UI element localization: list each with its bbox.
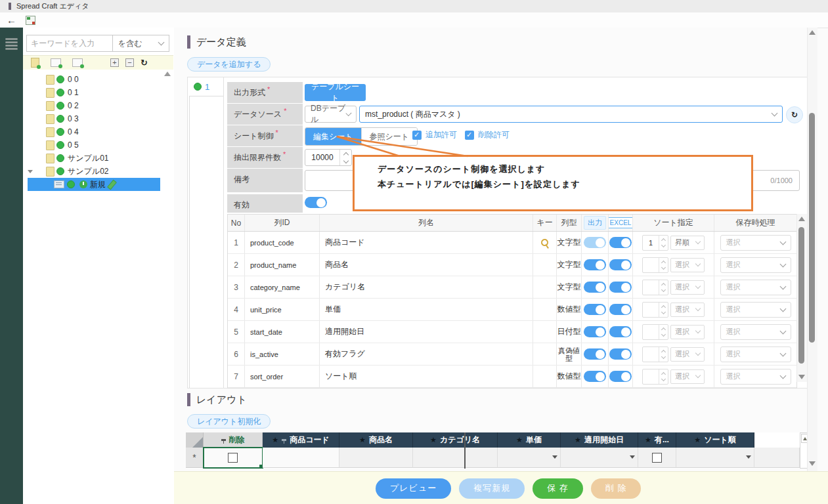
back-arrow-icon[interactable]: ← — [7, 14, 16, 26]
sort-number-spinner[interactable] — [642, 257, 668, 273]
save-proc-select[interactable]: 選択 — [720, 257, 791, 273]
main-scrollbar-thumb[interactable] — [809, 113, 815, 343]
grid-col-header-3[interactable]: ★カテゴリ名 — [413, 432, 498, 448]
edit-sheet-option[interactable]: 編集シート — [305, 128, 361, 145]
sort-order-select[interactable]: 選択 — [670, 280, 705, 295]
preview-button[interactable]: プレビュー — [376, 478, 451, 499]
excel-toggle[interactable] — [609, 237, 632, 248]
excel-toggle[interactable] — [609, 326, 632, 337]
excel-toggle[interactable] — [609, 304, 632, 315]
tree-item-新規[interactable]: 新規 — [28, 178, 160, 191]
sort-number-spinner[interactable] — [642, 280, 668, 295]
output-toggle[interactable] — [584, 371, 606, 382]
enabled-toggle[interactable] — [305, 197, 327, 208]
caret-down-icon[interactable] — [28, 170, 33, 173]
grid-col-header-5[interactable]: ★適用開始日 — [561, 432, 638, 448]
main-scroll-up-icon[interactable] — [809, 30, 816, 35]
grid-col-header-0[interactable]: 削除 — [204, 432, 263, 448]
output-toggle[interactable] — [584, 237, 606, 248]
output-toggle[interactable] — [584, 259, 606, 270]
sort-number-spinner[interactable] — [642, 369, 668, 385]
tree-refresh-icon[interactable]: ↻ — [141, 58, 148, 68]
grid-data-cell-3[interactable] — [413, 448, 498, 468]
tree-item-サンプル02[interactable]: サンプル02 — [28, 165, 169, 178]
data-source-refresh-button[interactable]: ↻ — [786, 106, 803, 123]
delete-checkbox[interactable] — [228, 453, 238, 463]
add-data-button[interactable]: データを追加する — [187, 57, 271, 72]
limit-spinner[interactable]: 10000 — [305, 149, 352, 166]
sort-order-select[interactable]: 選択 — [670, 347, 705, 362]
scrollbar-thumb[interactable] — [798, 227, 804, 364]
sort-order-select[interactable]: 選択 — [670, 258, 705, 272]
tree-item-0 0[interactable]: 0 0 — [28, 73, 169, 86]
delete-allow-checkbox[interactable] — [465, 131, 474, 140]
output-toggle[interactable] — [584, 304, 606, 315]
output-toggle[interactable] — [584, 282, 606, 293]
output-toggle-all-button[interactable]: 出力 — [584, 216, 606, 230]
cell-checkbox[interactable] — [652, 453, 662, 463]
grid-data-cell-6[interactable] — [638, 448, 676, 468]
excel-toggle[interactable] — [609, 371, 632, 382]
main-scrollbar[interactable] — [807, 28, 817, 471]
layout-init-button[interactable]: レイアウト初期化 — [187, 414, 271, 429]
sort-number-spinner[interactable]: 1 — [642, 235, 668, 251]
scroll-up-icon[interactable] — [798, 217, 805, 221]
excel-toggle[interactable] — [609, 259, 632, 270]
collapse-all-button[interactable]: − — [125, 58, 134, 67]
scroll-down-icon[interactable] — [798, 375, 805, 379]
excel-toggle-all-button[interactable]: EXCEL — [609, 217, 633, 228]
data-item-tab-1[interactable]: 1 — [188, 77, 223, 96]
tree-item-サンプル01[interactable]: サンプル01 — [28, 152, 169, 165]
cell-dropdown-icon[interactable] — [552, 455, 557, 459]
grid-col-header-7[interactable]: ★ソート順 — [676, 432, 754, 448]
columns-table-scrollbar[interactable] — [796, 214, 807, 382]
output-toggle[interactable] — [584, 348, 606, 360]
cell-dropdown-icon[interactable] — [746, 455, 751, 459]
cell-dropdown-icon[interactable] — [630, 455, 635, 459]
add-item-icon[interactable] — [51, 58, 61, 67]
save-proc-select[interactable]: 選択 — [720, 280, 791, 295]
grid-col-header-1[interactable]: ★商品コード — [263, 432, 339, 448]
expand-all-button[interactable]: + — [110, 58, 119, 67]
add-folder-icon[interactable] — [31, 58, 39, 68]
grid-data-cell-7[interactable] — [676, 448, 754, 468]
spreadsheet-app-icon[interactable] — [26, 16, 35, 25]
grid-row-header[interactable]: * — [186, 448, 204, 468]
tree-item-0 5[interactable]: 0 5 — [28, 138, 169, 152]
save-proc-select[interactable]: 選択 — [720, 346, 791, 362]
grid-col-header-2[interactable]: ★商品名 — [339, 432, 413, 448]
search-input[interactable] — [26, 35, 113, 52]
grid-data-cell-4[interactable] — [498, 448, 561, 468]
save-proc-select[interactable]: 選択 — [720, 369, 791, 385]
output-toggle[interactable] — [584, 326, 606, 337]
data-source-type-select[interactable]: DBテーブル — [305, 106, 357, 123]
grid-data-cell-5[interactable] — [561, 448, 638, 468]
tree-item-0 2[interactable]: 0 2 — [28, 99, 169, 112]
table-sheet-button[interactable]: テーブルシート — [305, 84, 366, 101]
main-scroll-down-icon[interactable] — [809, 461, 816, 466]
grid-data-cell-2[interactable] — [339, 448, 413, 468]
filter-select[interactable]: を含む — [113, 35, 169, 52]
grid-col-header-6[interactable]: ★有... — [638, 432, 676, 448]
sort-number-spinner[interactable] — [642, 302, 668, 318]
reference-sheet-option[interactable]: 参照シート — [361, 128, 418, 145]
sort-order-select[interactable]: 昇順 — [670, 236, 705, 250]
tree-item-0 1[interactable]: 0 1 — [28, 86, 169, 99]
save-proc-select[interactable]: 選択 — [720, 324, 791, 340]
spinner-arrows-icon[interactable] — [339, 150, 351, 165]
grid-data-cell-0[interactable] — [204, 448, 263, 468]
grid-corner-cell[interactable] — [186, 432, 204, 448]
tree-item-0 4[interactable]: 0 4 — [28, 125, 169, 138]
menu-stack-icon[interactable] — [5, 38, 18, 51]
grid-col-header-4[interactable]: ★単価 — [498, 432, 561, 448]
excel-toggle[interactable] — [609, 348, 632, 360]
sort-order-select[interactable]: 選択 — [670, 325, 705, 339]
append-allow-checkbox[interactable] — [412, 131, 422, 140]
sort-number-spinner[interactable] — [642, 346, 668, 362]
save-proc-select[interactable]: 選択 — [720, 235, 791, 251]
grid-data-cell-1[interactable] — [263, 448, 339, 468]
save-proc-select[interactable]: 選択 — [720, 302, 791, 318]
tree-item-0 3[interactable]: 0 3 — [28, 112, 169, 125]
save-button[interactable]: 保 存 — [533, 478, 583, 499]
data-source-table-select[interactable]: mst_product ( 商品マスタ ) — [359, 106, 783, 123]
